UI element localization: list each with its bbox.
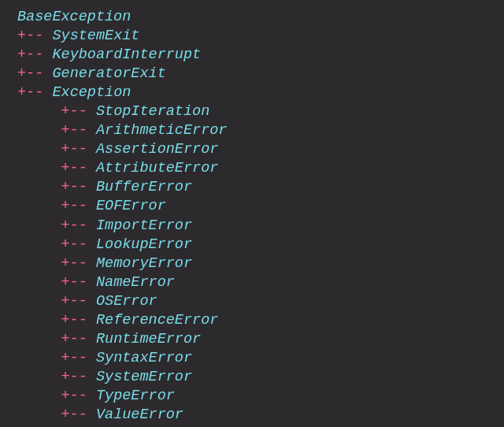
tree-connector: +-- xyxy=(61,350,96,366)
tree-item: +-- StopIteration xyxy=(17,102,487,121)
tree-connector: +-- xyxy=(61,274,96,291)
tree-connector: +-- xyxy=(17,84,52,101)
exception-name: NameError xyxy=(96,274,175,291)
exception-name: OSError xyxy=(96,293,158,310)
tree-connector: +-- xyxy=(61,369,96,385)
tree-item: +-- NameError xyxy=(17,273,487,292)
tree-connector: +-- xyxy=(61,160,96,176)
tree-item: +-- OSError xyxy=(17,292,487,311)
exception-name: ArithmeticError xyxy=(96,122,228,139)
tree-item: +-- SyntaxError xyxy=(17,349,487,368)
exception-name: SystemExit xyxy=(52,28,139,44)
exception-name: BaseException xyxy=(17,9,131,25)
tree-item: +-- SystemExit xyxy=(17,27,487,46)
tree-item: +-- EOFError xyxy=(17,197,487,216)
exception-name: AttributeError xyxy=(96,160,218,176)
tree-connector: +-- xyxy=(61,293,96,310)
exception-name: RuntimeError xyxy=(96,331,201,347)
tree-item: +-- AssertionError xyxy=(17,140,487,159)
tree-item: +-- KeyboardInterrupt xyxy=(17,46,487,65)
tree-indent xyxy=(17,274,61,291)
exception-name: SyntaxError xyxy=(96,350,192,366)
tree-indent xyxy=(17,179,61,195)
tree-item: +-- TypeError xyxy=(17,387,487,406)
exception-name: TypeError xyxy=(96,388,175,404)
exception-name: StopIteration xyxy=(96,103,209,120)
tree-item: +-- ImportError xyxy=(17,217,487,236)
tree-indent xyxy=(17,122,61,139)
tree-item: +-- ReferenceError xyxy=(17,311,487,330)
exception-name: Exception xyxy=(52,84,131,101)
exception-name: SystemError xyxy=(96,369,192,385)
exception-name: ValueError xyxy=(96,407,183,423)
tree-item: +-- RuntimeError xyxy=(17,330,487,349)
tree-item: +-- ValueError xyxy=(17,406,487,425)
tree-indent xyxy=(17,293,61,310)
tree-connector: +-- xyxy=(61,141,96,158)
tree-indent xyxy=(17,217,61,234)
exception-name: LookupError xyxy=(96,236,192,253)
tree-connector: +-- xyxy=(61,217,96,234)
tree-indent xyxy=(17,103,61,120)
tree-connector: +-- xyxy=(61,331,96,347)
tree-connector: +-- xyxy=(61,236,96,253)
tree-indent xyxy=(17,350,61,366)
tree-connector: +-- xyxy=(61,122,96,139)
tree-connector: +-- xyxy=(61,407,96,423)
tree-item: +-- GeneratorExit xyxy=(17,65,487,84)
tree-item: +-- Exception xyxy=(17,84,487,102)
exception-name: MemoryError xyxy=(96,255,192,272)
tree-indent xyxy=(17,141,61,158)
exception-name: ImportError xyxy=(96,217,192,234)
exception-name: BufferError xyxy=(96,179,192,195)
exception-name: ReferenceError xyxy=(96,312,218,329)
tree-indent xyxy=(17,407,61,423)
exception-name: GeneratorExit xyxy=(52,65,165,82)
tree-root: BaseException xyxy=(17,8,487,27)
tree-indent xyxy=(17,369,61,385)
tree-connector: +-- xyxy=(61,255,96,272)
tree-indent xyxy=(17,312,61,329)
tree-connector: +-- xyxy=(61,198,96,214)
exception-name: KeyboardInterrupt xyxy=(52,46,201,63)
tree-item: +-- ArithmeticError xyxy=(17,121,487,140)
tree-item: +-- BufferError xyxy=(17,178,487,197)
tree-indent xyxy=(17,388,61,404)
tree-connector: +-- xyxy=(61,388,96,404)
tree-indent xyxy=(17,198,61,214)
tree-connector: +-- xyxy=(61,179,96,195)
tree-connector: +-- xyxy=(17,65,52,82)
exception-name: EOFError xyxy=(96,198,166,214)
tree-item: +-- SystemError xyxy=(17,368,487,387)
exception-name: AssertionError xyxy=(96,141,218,158)
tree-indent xyxy=(17,331,61,347)
exception-tree: BaseException +-- SystemExit +-- Keyboar… xyxy=(17,8,487,427)
tree-connector: +-- xyxy=(61,103,96,120)
tree-indent xyxy=(17,160,61,176)
tree-item: +-- MemoryError xyxy=(17,254,487,273)
tree-indent xyxy=(17,255,61,272)
tree-indent xyxy=(17,236,61,253)
tree-connector: +-- xyxy=(17,46,52,63)
tree-item: +-- LookupError xyxy=(17,236,487,254)
tree-connector: +-- xyxy=(17,28,52,44)
tree-item: +-- AttributeError xyxy=(17,159,487,178)
tree-connector: +-- xyxy=(61,312,96,329)
